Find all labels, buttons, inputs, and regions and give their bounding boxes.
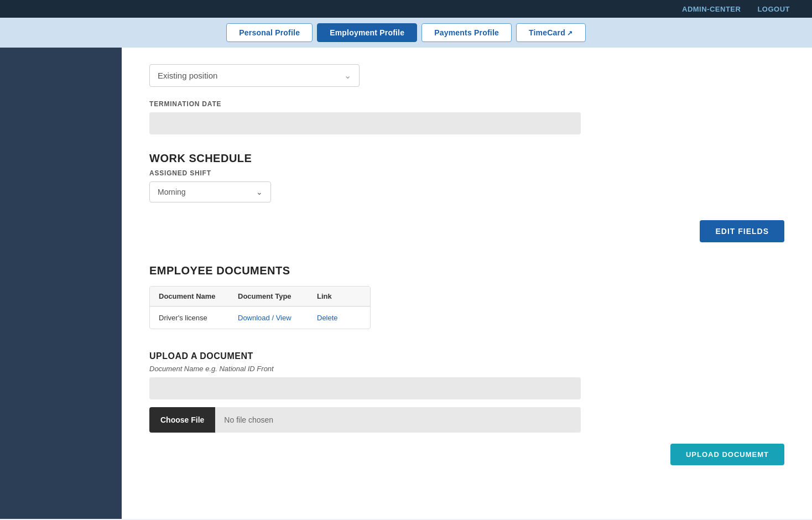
termination-date-section: TERMINATION DATE — [149, 100, 784, 134]
logout-link[interactable]: LOGOUT — [757, 5, 790, 13]
employee-documents-section: EMPLOYEE DOCUMENTS Document Name Documen… — [149, 264, 784, 329]
delete-link[interactable]: Delete — [317, 314, 361, 322]
main-layout: Existing position ⌄ TERMINATION DATE WOR… — [0, 48, 812, 519]
documents-table: Document Name Document Type Link Driver'… — [149, 286, 371, 329]
position-value: Existing position — [158, 71, 217, 80]
shift-value: Morning — [158, 188, 186, 196]
termination-date-label: TERMINATION DATE — [149, 100, 784, 108]
chevron-down-icon-shift: ⌄ — [256, 188, 263, 196]
edit-fields-button[interactable]: EDIT FIELDS — [700, 220, 784, 242]
assigned-shift-label: ASSIGNED SHIFT — [149, 169, 784, 177]
table-row: Driver's license Download / View Delete — [150, 306, 370, 329]
content-area: Existing position ⌄ TERMINATION DATE WOR… — [122, 48, 812, 519]
upload-document-button[interactable]: UPLOAD DOCUMEMT — [670, 444, 784, 465]
tab-bar: Personal Profile Employment Profile Paym… — [0, 18, 812, 48]
work-schedule-title: WORK SCHEDULE — [149, 152, 784, 165]
upload-doc-label: Document Name e.g. National ID Front — [149, 365, 784, 373]
chevron-down-icon: ⌄ — [344, 70, 351, 81]
col-doc-name: Document Name — [159, 292, 238, 300]
tab-personal-profile[interactable]: Personal Profile — [226, 23, 313, 42]
termination-date-input[interactable] — [149, 112, 581, 134]
upload-section-title: UPLOAD A DOCUMENT — [149, 351, 784, 361]
top-bar: ADMIN-CENTER LOGOUT — [0, 0, 812, 18]
upload-document-section: UPLOAD A DOCUMENT Document Name e.g. Nat… — [149, 351, 784, 465]
no-file-text: No file chosen — [215, 415, 282, 424]
work-schedule-section: WORK SCHEDULE ASSIGNED SHIFT Morning ⌄ — [149, 152, 784, 202]
choose-file-button[interactable]: Choose File — [149, 407, 215, 433]
col-doc-type: Document Type — [238, 292, 317, 300]
download-view-link[interactable]: Download / View — [238, 314, 317, 322]
document-name-input[interactable] — [149, 377, 581, 399]
sidebar — [0, 48, 122, 519]
file-input-area: Choose File No file chosen — [149, 407, 581, 433]
position-dropdown[interactable]: Existing position ⌄ — [149, 64, 360, 87]
col-link: Link — [317, 292, 361, 300]
admin-center-link[interactable]: ADMIN-CENTER — [682, 5, 741, 13]
tab-timecard[interactable]: TimeCard — [516, 23, 586, 42]
employee-documents-title: EMPLOYEE DOCUMENTS — [149, 264, 784, 277]
tab-employment-profile[interactable]: Employment Profile — [317, 23, 417, 42]
doc-name-cell: Driver's license — [159, 314, 238, 322]
shift-dropdown[interactable]: Morning ⌄ — [149, 181, 271, 202]
tab-payments-profile[interactable]: Payments Profile — [421, 23, 512, 42]
table-header: Document Name Document Type Link — [150, 287, 370, 306]
